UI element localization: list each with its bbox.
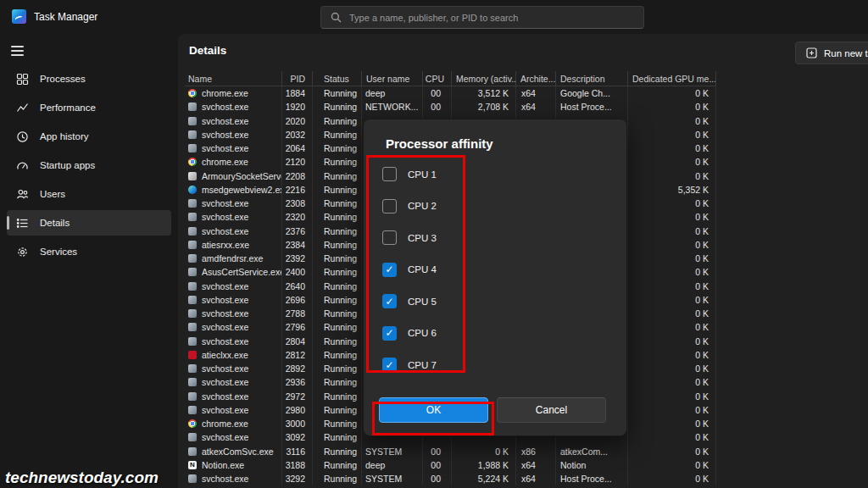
- ok-button[interactable]: OK: [379, 397, 488, 423]
- process-gpu-memory: 0 K: [627, 238, 716, 252]
- cpu-checkbox[interactable]: ✓: [382, 294, 397, 308]
- process-icon: [188, 213, 197, 221]
- process-name: svchost.exe: [202, 432, 248, 442]
- column-header-architecture[interactable]: Archite...: [515, 71, 555, 86]
- cpu-affinity-option[interactable]: ✓ CPU 5: [382, 286, 609, 318]
- process-status: Running: [312, 114, 361, 128]
- new-task-icon: [806, 47, 817, 58]
- cpu-checkbox-label: CPU 5: [408, 297, 437, 307]
- process-icon: [188, 364, 197, 373]
- process-description: Host Proce...: [555, 472, 627, 485]
- process-architecture: x64: [515, 86, 555, 100]
- run-new-task-button[interactable]: Run new task: [795, 42, 868, 64]
- task-manager-icon: [12, 9, 26, 24]
- column-header-status[interactable]: Status: [312, 71, 361, 86]
- table-row[interactable]: Notion.exe 3188 Running deep 00 1,988 K …: [185, 458, 716, 472]
- process-pid: 2384: [281, 238, 312, 252]
- table-row[interactable]: svchost.exe 3292 Running SYSTEM 00 5,224…: [185, 472, 716, 485]
- cpu-checkbox[interactable]: [382, 199, 397, 214]
- process-icon: [188, 419, 197, 428]
- table-row[interactable]: atkexComSvc.exe 3116 Running SYSTEM 00 0…: [185, 445, 716, 458]
- process-gpu-memory: 0 K: [627, 307, 716, 320]
- column-header-name[interactable]: Name: [185, 71, 281, 86]
- sidebar-item-details[interactable]: Details: [7, 210, 171, 236]
- process-gpu-memory: 0 K: [627, 225, 716, 238]
- sidebar-item-services[interactable]: Services: [7, 239, 171, 264]
- process-icon: [188, 144, 197, 152]
- details-icon: [16, 217, 29, 230]
- process-gpu-memory: 0 K: [627, 472, 716, 485]
- process-name: svchost.exe: [202, 116, 248, 126]
- cpu-checkbox[interactable]: ✓: [382, 358, 397, 372]
- column-header-gpu[interactable]: Dedicated GPU me...: [627, 71, 716, 86]
- cpu-checkbox[interactable]: [382, 230, 397, 245]
- process-description: Notion: [555, 458, 627, 472]
- hamburger-icon: [11, 46, 24, 47]
- process-cpu: 00: [422, 86, 451, 100]
- search-input[interactable]: Type a name, publisher, or PID to search: [320, 6, 644, 29]
- process-memory: 3,512 K: [451, 86, 515, 100]
- sidebar-item-label: App history: [40, 131, 89, 141]
- table-row[interactable]: svchost.exe 1920 Running NETWORK... 00 2…: [185, 100, 716, 114]
- process-cpu: 00: [422, 100, 451, 114]
- process-status: Running: [312, 320, 361, 334]
- process-status: Running: [312, 183, 361, 197]
- process-icon: [188, 461, 197, 469]
- process-gpu-memory: 0 K: [627, 141, 716, 155]
- table-row[interactable]: chrome.exe 1884 Running deep 00 3,512 K …: [185, 86, 716, 100]
- process-name: svchost.exe: [202, 474, 248, 484]
- menu-button[interactable]: [11, 42, 33, 60]
- process-gpu-memory: 0 K: [627, 403, 716, 417]
- cpu-checkbox-label: CPU 4: [408, 264, 437, 274]
- sidebar-item-label: Processes: [40, 74, 86, 84]
- cpu-affinity-option[interactable]: ✓ CPU 7: [382, 349, 609, 381]
- sidebar-item-users[interactable]: Users: [7, 181, 171, 207]
- process-gpu-memory: 0 K: [627, 155, 716, 169]
- process-icon: [188, 130, 197, 139]
- column-header-memory[interactable]: Memory (activ...: [451, 71, 515, 86]
- process-icon: [188, 392, 197, 401]
- cpu-affinity-option[interactable]: CPU 1: [382, 158, 609, 191]
- column-header-pid[interactable]: PID: [281, 71, 312, 86]
- app-history-icon: [16, 130, 29, 143]
- sidebar-item-performance[interactable]: Performance: [7, 95, 171, 120]
- cpu-affinity-option[interactable]: CPU 3: [382, 222, 609, 254]
- process-user: NETWORK...: [361, 100, 422, 114]
- table-header: Name PID Status User name CPU Memory (ac…: [185, 71, 716, 86]
- sidebar-item-processes[interactable]: Processes: [7, 66, 171, 92]
- process-pid: 1884: [281, 86, 312, 100]
- process-pid: 2320: [281, 210, 312, 224]
- column-header-description[interactable]: Description: [555, 71, 627, 86]
- sidebar-item-app-history[interactable]: App history: [7, 124, 171, 149]
- process-gpu-memory: 0 K: [627, 86, 716, 100]
- process-status: Running: [312, 390, 361, 403]
- process-pid: 3092: [281, 430, 312, 444]
- process-pid: 2216: [281, 183, 312, 197]
- column-header-user[interactable]: User name: [361, 71, 422, 86]
- window-title: Task Manager: [34, 11, 97, 23]
- process-pid: 2308: [281, 197, 312, 210]
- process-gpu-memory: 0 K: [627, 335, 716, 348]
- process-gpu-memory: 0 K: [627, 417, 716, 430]
- cpu-affinity-option[interactable]: CPU 2: [382, 191, 609, 223]
- process-pid: 2392: [281, 252, 312, 265]
- cpu-affinity-option[interactable]: ✓ CPU 4: [382, 254, 609, 286]
- process-icon: [188, 296, 197, 304]
- process-pid: 2376: [281, 225, 312, 238]
- column-header-cpu[interactable]: CPU: [422, 71, 451, 86]
- sidebar-item-startup-apps[interactable]: Startup apps: [7, 152, 171, 178]
- process-pid: 2400: [281, 265, 312, 279]
- cpu-affinity-option[interactable]: ✓ CPU 6: [382, 318, 609, 350]
- process-memory: 5,224 K: [451, 472, 515, 485]
- process-icon: [188, 406, 197, 414]
- process-status: Running: [312, 417, 361, 430]
- process-status: Running: [312, 362, 361, 375]
- process-icon: [188, 199, 197, 208]
- sidebar-item-label: Details: [40, 218, 70, 228]
- cpu-checkbox[interactable]: [382, 167, 397, 181]
- process-icon: [188, 117, 197, 125]
- process-status: Running: [312, 293, 361, 307]
- cancel-button[interactable]: Cancel: [497, 397, 606, 423]
- cpu-checkbox[interactable]: ✓: [382, 263, 397, 277]
- cpu-checkbox[interactable]: ✓: [382, 326, 397, 341]
